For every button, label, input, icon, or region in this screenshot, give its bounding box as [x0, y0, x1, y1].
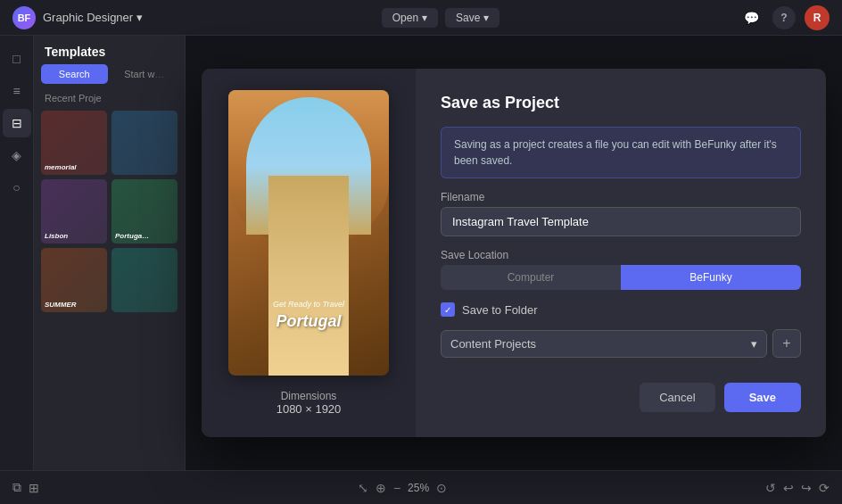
sidebar-icon-elements[interactable]: ◈: [3, 141, 31, 169]
filename-input[interactable]: [441, 207, 801, 236]
panel-title: Templates: [34, 36, 185, 64]
left-panel: Templates Search Start w… Recent Proje m…: [34, 36, 186, 470]
save-as-project-dialog: Get Ready to Travel Portugal Dimensions …: [202, 69, 826, 437]
bottombar-left: ⧉ ⊞: [12, 480, 39, 495]
thumb-item-2[interactable]: [111, 111, 177, 175]
save-project-button[interactable]: Save: [724, 383, 801, 412]
checkmark-icon: ✓: [444, 305, 451, 315]
filename-label: Filename: [441, 191, 801, 203]
location-toggle-group: Computer BeFunky: [441, 265, 801, 290]
bottombar-center: ⤡ ⊕ − 25% ⊙: [358, 481, 447, 495]
zoom-level: 25%: [408, 482, 429, 494]
add-folder-button[interactable]: +: [772, 329, 801, 358]
dialog-form-panel: Save as Project Saving as a project crea…: [416, 69, 826, 437]
dimensions-value: 1080 × 1920: [277, 402, 342, 416]
dimensions-label: Dimensions: [277, 390, 342, 402]
zoom-in-icon[interactable]: ⊙: [436, 481, 447, 495]
info-box: Saving as a project creates a file you c…: [441, 127, 801, 178]
topbar: BF Graphic Designer ▾ Open ▾ Save ▾ 💬 ? …: [0, 0, 842, 36]
location-befunky-button[interactable]: BeFunky: [621, 265, 801, 290]
thumb-item-6[interactable]: [111, 248, 177, 312]
dialog-title: Save as Project: [441, 94, 801, 112]
icon-sidebar: □ ≡ ⊟ ◈ ○: [0, 36, 34, 470]
folder-row: Content Projects ▾ +: [441, 329, 801, 358]
thumb-item-4[interactable]: Portuga…: [111, 179, 177, 244]
save-to-folder-row: ✓ Save to Folder: [441, 302, 801, 317]
undo-icon[interactable]: ↩: [783, 481, 794, 495]
dialog-preview-panel: Get Ready to Travel Portugal Dimensions …: [202, 69, 416, 437]
layers-icon[interactable]: ⧉: [12, 480, 21, 495]
preview-main-title: Portugal: [228, 312, 389, 331]
topbar-center: Open ▾ Save ▾: [382, 8, 500, 28]
main-layout: □ ≡ ⊟ ◈ ○ Templates Search Start w… Rece…: [0, 36, 842, 470]
tab-start-with[interactable]: Start w…: [111, 64, 178, 84]
zoom-out-icon[interactable]: −: [393, 481, 400, 495]
recent-projects-label: Recent Proje: [34, 89, 185, 107]
thumb-item-3[interactable]: Lisbon: [41, 179, 107, 244]
preview-subtitle: Get Ready to Travel: [228, 300, 389, 309]
sidebar-icon-layers[interactable]: □: [3, 45, 31, 73]
thumbs-grid: memorial Lisbon Portuga… SUMMER: [34, 107, 185, 316]
save-location-label: Save Location: [441, 249, 801, 261]
tab-search[interactable]: Search: [41, 64, 108, 84]
sidebar-icon-more[interactable]: ○: [3, 173, 31, 202]
preview-corridor: [268, 176, 349, 376]
sidebar-icon-menu[interactable]: ≡: [3, 77, 31, 105]
save-location-group: Save Location Computer BeFunky: [441, 249, 801, 290]
history-icon[interactable]: ⟳: [819, 481, 830, 495]
app-title: Graphic Designer ▾: [43, 11, 143, 24]
thumb-item-5[interactable]: SUMMER: [41, 248, 107, 312]
cancel-button[interactable]: Cancel: [640, 383, 714, 412]
panel-tabs: Search Start w…: [34, 64, 185, 89]
fit-icon[interactable]: ⤡: [358, 481, 368, 495]
save-to-folder-checkbox[interactable]: ✓: [441, 302, 455, 317]
chevron-down-icon: ▾: [751, 337, 757, 351]
preview-card: Get Ready to Travel Portugal: [228, 90, 389, 376]
chat-icon[interactable]: 💬: [739, 5, 764, 30]
grid-icon[interactable]: ⊞: [29, 481, 39, 495]
dialog-footer: Cancel Save: [441, 383, 801, 412]
bottombar-right: ↺ ↩ ↪ ⟳: [765, 481, 830, 495]
topbar-left: BF Graphic Designer ▾: [12, 6, 143, 29]
location-computer-button[interactable]: Computer: [441, 265, 621, 290]
refresh-icon[interactable]: ↺: [765, 481, 776, 495]
save-to-folder-label: Save to Folder: [462, 303, 538, 317]
redo-icon[interactable]: ↪: [801, 481, 812, 495]
save-button[interactable]: Save ▾: [445, 8, 499, 28]
topbar-right: 💬 ? R: [739, 5, 830, 30]
modal-overlay: Get Ready to Travel Portugal Dimensions …: [186, 36, 842, 470]
preview-text-area: Get Ready to Travel Portugal: [228, 300, 389, 331]
folder-name: Content Projects: [450, 337, 536, 351]
folder-dropdown[interactable]: Content Projects ▾: [441, 330, 767, 358]
bottombar: ⧉ ⊞ ⤡ ⊕ − 25% ⊙ ↺ ↩ ↪ ⟳: [0, 470, 842, 504]
app-logo: BF: [12, 6, 36, 29]
avatar[interactable]: R: [805, 5, 830, 30]
help-icon[interactable]: ?: [772, 6, 796, 29]
filename-field-group: Filename: [441, 191, 801, 236]
thumb-item-1[interactable]: memorial: [41, 111, 107, 175]
canvas-area: Get Ready to Travel Portugal Dimensions …: [186, 36, 842, 470]
open-button[interactable]: Open ▾: [382, 8, 438, 28]
crop-icon[interactable]: ⊕: [376, 481, 386, 495]
sidebar-icon-templates[interactable]: ⊟: [3, 109, 31, 137]
